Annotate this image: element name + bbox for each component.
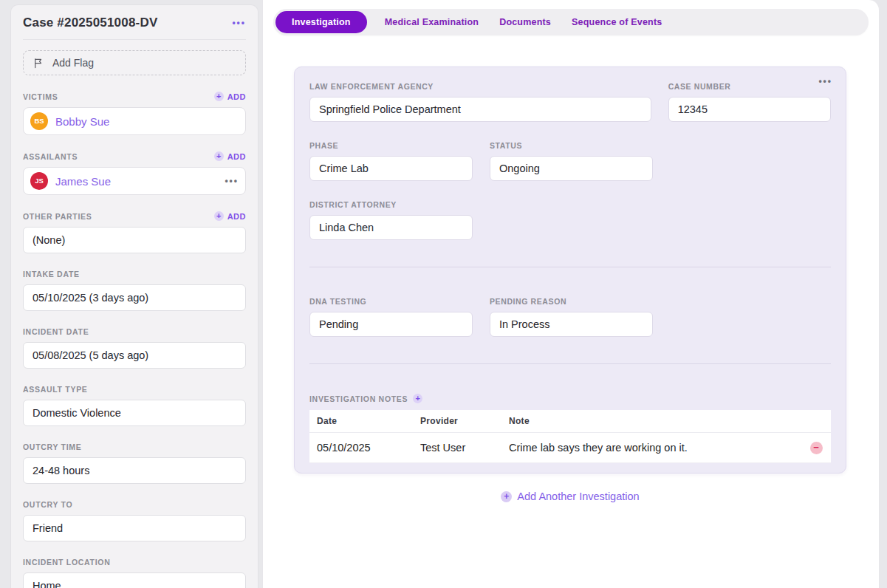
remove-note-button[interactable]: − <box>810 442 823 454</box>
victim-avatar: BS <box>30 112 48 130</box>
notes-header-row: Date Provider Note <box>309 410 831 433</box>
assailants-add-button[interactable]: + ADD <box>214 151 246 161</box>
phase-input[interactable]: Crime Lab <box>309 156 473 181</box>
add-another-investigation-button[interactable]: + Add Another Investigation <box>294 490 846 502</box>
outcry-time-label: OUTCRY TIME <box>23 442 81 451</box>
assailant-name-link[interactable]: James Sue <box>55 175 217 188</box>
incident-location-label: INCIDENT LOCATION <box>23 558 110 567</box>
tab-medical-examination[interactable]: Medical Examination <box>374 17 489 27</box>
outcry-to-label: OUTCRY TO <box>23 500 72 509</box>
section-divider <box>309 267 831 267</box>
law-enforcement-agency-label: LAW ENFORCEMENT AGENCY <box>309 82 651 91</box>
outcry-to-field: OUTCRY TO Friend <box>23 500 246 541</box>
case-menu-icon[interactable]: ••• <box>232 18 246 27</box>
other-parties-add-label: ADD <box>227 212 246 221</box>
intake-date-field: INTAKE DATE 05/10/2025 (3 days ago) <box>23 270 246 311</box>
investigation-panel: ••• LAW ENFORCEMENT AGENCY Springfield P… <box>294 66 846 474</box>
incident-date-field: INCIDENT DATE 05/08/2025 (5 days ago) <box>23 327 246 369</box>
status-input[interactable]: Ongoing <box>490 156 653 181</box>
note-date: 05/10/2025 <box>309 433 413 463</box>
assault-type-input[interactable]: Domestic Violence <box>23 400 246 426</box>
outcry-time-input[interactable]: 24-48 hours <box>23 457 246 484</box>
district-attorney-label: DISTRICT ATTORNEY <box>309 200 473 209</box>
notes-col-provider: Provider <box>413 410 501 433</box>
note-provider: Test User <box>413 433 501 463</box>
tab-bar: Investigation Medical Examination Docume… <box>273 9 869 35</box>
victim-name-link[interactable]: Bobby Sue <box>55 115 239 128</box>
other-parties-label: OTHER PARTIES <box>23 212 92 221</box>
note-text: Crime lab says they are working on it. <box>501 433 801 463</box>
victim-item[interactable]: BS Bobby Sue <box>23 107 246 135</box>
incident-location-input[interactable]: Home <box>23 572 246 588</box>
assailants-section: ASSAILANTS + ADD JS James Sue ••• <box>23 151 246 195</box>
tab-investigation[interactable]: Investigation <box>275 11 367 33</box>
assailant-item[interactable]: JS James Sue ••• <box>23 167 246 195</box>
notes-col-date: Date <box>309 410 413 433</box>
case-title: Case #2025051008-DV <box>23 16 157 30</box>
case-sidebar: Case #2025051008-DV ••• Add Flag VICTIMS… <box>10 4 258 588</box>
outcry-time-field: OUTCRY TIME 24-48 hours <box>23 442 246 484</box>
intake-date-label: INTAKE DATE <box>23 270 80 278</box>
plus-icon: + <box>214 92 224 101</box>
victims-add-label: ADD <box>227 92 246 101</box>
victims-add-button[interactable]: + ADD <box>214 92 246 101</box>
tab-documents[interactable]: Documents <box>489 17 561 27</box>
other-parties-section: OTHER PARTIES + ADD (None) <box>23 211 246 253</box>
pending-reason-input[interactable]: In Process <box>490 312 653 337</box>
assailant-menu-icon[interactable]: ••• <box>225 177 239 185</box>
victims-label: VICTIMS <box>23 92 58 101</box>
victims-section: VICTIMS + ADD BS Bobby Sue <box>23 92 246 135</box>
note-row: 05/10/2025 Test User Crime lab says they… <box>309 433 831 463</box>
assailants-add-label: ADD <box>227 152 246 161</box>
dna-testing-label: DNA TESTING <box>309 297 473 306</box>
flag-icon <box>32 58 44 69</box>
pending-reason-label: PENDING REASON <box>490 297 653 306</box>
case-number-label: CASE NUMBER <box>668 82 831 91</box>
add-flag-label: Add Flag <box>52 57 94 69</box>
outcry-to-input[interactable]: Friend <box>23 515 246 541</box>
incident-date-input[interactable]: 05/08/2025 (5 days ago) <box>23 342 246 369</box>
assailant-avatar: JS <box>30 172 48 190</box>
case-header: Case #2025051008-DV ••• <box>23 16 246 40</box>
add-note-button[interactable]: + <box>413 394 422 403</box>
other-parties-add-button[interactable]: + ADD <box>214 211 246 221</box>
notes-col-note: Note <box>501 410 801 433</box>
intake-date-input[interactable]: 05/10/2025 (3 days ago) <box>23 284 246 311</box>
assailants-label: ASSAILANTS <box>23 152 78 161</box>
assault-type-field: ASSAULT TYPE Domestic Violence <box>23 385 246 426</box>
add-another-investigation-label: Add Another Investigation <box>517 490 639 502</box>
phase-label: PHASE <box>309 141 473 150</box>
status-label: STATUS <box>490 141 653 150</box>
law-enforcement-agency-input[interactable]: Springfield Police Department <box>309 97 651 122</box>
tab-sequence-of-events[interactable]: Sequence of Events <box>561 17 672 27</box>
plus-icon: + <box>501 491 512 502</box>
add-flag-button[interactable]: Add Flag <box>23 50 246 75</box>
incident-date-label: INCIDENT DATE <box>23 327 89 336</box>
plus-icon: + <box>214 151 224 161</box>
investigation-notes-table: Date Provider Note 05/10/2025 Test User … <box>309 410 831 463</box>
incident-location-field: INCIDENT LOCATION Home <box>23 558 246 588</box>
assault-type-label: ASSAULT TYPE <box>23 385 88 394</box>
investigation-notes-label: INVESTIGATION NOTES <box>309 394 408 403</box>
section-divider <box>309 363 831 364</box>
dna-testing-input[interactable]: Pending <box>309 312 473 337</box>
case-number-input[interactable]: 12345 <box>668 97 831 122</box>
main-area: Investigation Medical Examination Docume… <box>262 0 880 588</box>
other-parties-value[interactable]: (None) <box>23 227 246 253</box>
plus-icon: + <box>214 211 224 221</box>
panel-menu-icon[interactable]: ••• <box>818 77 832 86</box>
district-attorney-input[interactable]: Linda Chen <box>309 215 473 240</box>
